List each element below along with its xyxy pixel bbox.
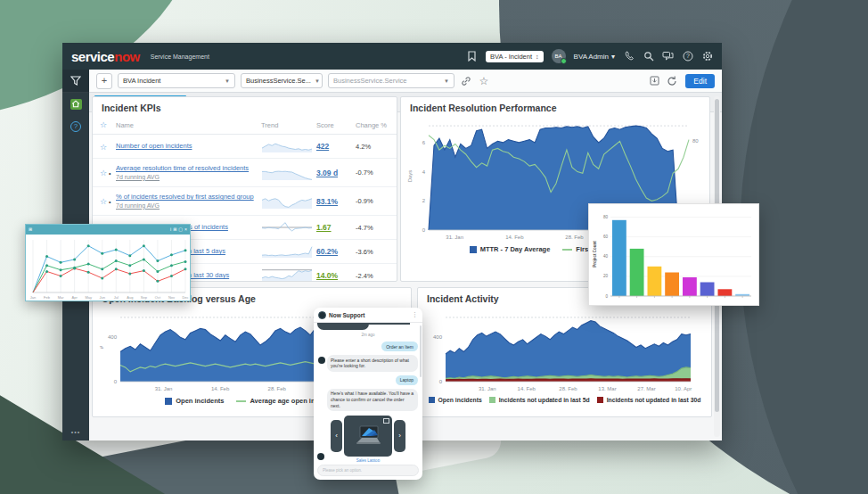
user-message: Laptop <box>396 375 418 385</box>
svg-text:14. Feb: 14. Feb <box>505 235 524 240</box>
svg-text:27. Mar: 27. Mar <box>637 386 655 391</box>
legend-item: Open incidents <box>429 397 482 403</box>
search-icon[interactable] <box>643 51 654 62</box>
maximize-icon[interactable]: ▢ <box>178 227 183 232</box>
gear-icon[interactable] <box>701 51 713 62</box>
kpi-score-link[interactable]: 60.2% <box>316 247 356 256</box>
bullet-dot: • <box>109 199 111 205</box>
chat-title: Now Support <box>329 312 364 318</box>
carousel-prev-button[interactable]: ‹ <box>331 420 342 452</box>
svg-text:400: 400 <box>433 334 443 340</box>
close-icon[interactable]: × <box>184 227 187 232</box>
svg-text:Nov: Nov <box>168 295 175 300</box>
svg-text:Aug: Aug <box>127 295 133 300</box>
chevron-down-icon: ▼ <box>315 78 320 84</box>
kpi-name-link[interactable]: Number of open incidents <box>116 142 261 151</box>
svg-text:#: # <box>99 345 104 349</box>
question-icon: ? <box>70 121 81 132</box>
kpi-score-link[interactable]: 83.1% <box>316 197 356 206</box>
carousel-card-laptop[interactable] <box>344 416 392 457</box>
kpi-row: ☆ Number of open incidents 422 4.2% <box>93 135 397 159</box>
legend-item: Incidents not updated in last 5d <box>489 397 590 403</box>
svg-text:80: 80 <box>692 138 699 144</box>
export-icon[interactable] <box>648 75 660 87</box>
help-icon[interactable]: ? <box>682 51 693 62</box>
carousel-next-button[interactable]: › <box>394 420 405 452</box>
kpi-score-link[interactable]: 422 <box>316 142 356 151</box>
kpi-score-link[interactable]: 3.09 d <box>316 169 356 177</box>
expand-icon[interactable] <box>383 418 389 424</box>
refresh-icon[interactable] <box>666 75 678 87</box>
svg-text:400: 400 <box>108 334 118 340</box>
kpi-change: -2.4% <box>356 272 388 280</box>
favorite-star-icon[interactable]: ☆ <box>100 169 107 177</box>
now-avatar <box>318 311 326 319</box>
monthly-trend-chart: JanFebMarAprMayJunJulAugSepOctNovDec <box>26 235 190 301</box>
bookmark-icon[interactable] <box>466 51 478 62</box>
breakdown-select[interactable]: BusinessService.Se...▼ <box>241 73 323 88</box>
sidebar-overflow-dots[interactable]: ••• <box>71 429 80 435</box>
bot-message: Please enter a short description of what… <box>327 355 418 372</box>
svg-text:?: ? <box>686 53 690 59</box>
chat-input[interactable] <box>317 465 419 476</box>
filter-funnel-icon[interactable] <box>62 70 89 93</box>
carousel-caption-link[interactable]: Sales Laptop <box>318 458 418 462</box>
svg-text:6: 6 <box>422 140 426 145</box>
breakdown-element-select[interactable]: BusinessService.Service▼ <box>328 73 454 88</box>
dashboard-toolbar: + BVA Incident▼ BusinessService.Se...▼ B… <box>89 70 722 93</box>
legend-item: Incidents not updated in last 30d <box>597 397 701 403</box>
add-button[interactable]: + <box>96 73 112 89</box>
svg-text:0: 0 <box>439 379 443 384</box>
kebab-menu-icon[interactable]: ⋮ <box>412 311 418 318</box>
chevron-down-icon: ▼ <box>225 78 230 84</box>
star-icon[interactable]: ☆ <box>478 75 490 87</box>
legend-item: Open incidents <box>165 397 224 405</box>
bullet-dot: • <box>109 170 111 177</box>
context-select[interactable]: BVA - Incident↕ <box>486 51 543 62</box>
kpi-change: -0.7% <box>356 169 388 177</box>
svg-text:May: May <box>85 295 92 300</box>
sidebar-item-help[interactable]: ? <box>62 115 89 137</box>
mini-window-titlebar[interactable]: ⊞ i ⊞ ▢ × <box>26 225 190 235</box>
kpi-score-link[interactable]: 14.0% <box>316 271 356 280</box>
chat-scrollbar[interactable] <box>420 325 422 377</box>
product-carousel: ‹ › <box>318 416 418 457</box>
project-count-popup: 020406080Project Count <box>588 203 759 306</box>
kpi-row: ☆• % of incidents resolved by first assi… <box>93 187 397 216</box>
kpi-change: -4.7% <box>356 224 388 232</box>
svg-text:Jan: Jan <box>30 295 36 300</box>
svg-text:Mar: Mar <box>58 295 65 300</box>
laptop-image <box>353 424 383 448</box>
avatar[interactable]: BA <box>552 49 566 63</box>
svg-text:10. Apr: 10. Apr <box>675 386 692 391</box>
kpi-score-link[interactable]: 1.67 <box>316 223 356 232</box>
dashboard-select[interactable]: BVA Incident▼ <box>118 73 235 88</box>
kpi-row: ☆• Average resolution time of resolved i… <box>93 159 397 187</box>
app-header: servicenow Service Management BVA - Inci… <box>62 43 722 70</box>
svg-text:Jul: Jul <box>114 295 119 300</box>
svg-text:Dec: Dec <box>182 295 188 300</box>
info-icon[interactable]: i <box>170 227 171 232</box>
svg-text:Oct: Oct <box>155 295 161 300</box>
kpi-name-link[interactable]: Average resolution time of resolved inci… <box>116 164 261 181</box>
kpi-sublabel[interactable]: 7d running AVG <box>116 173 258 181</box>
panel-title: Incident KPIs <box>93 97 397 116</box>
menu-icon[interactable]: ⊞ <box>173 227 176 232</box>
kpi-name-link[interactable]: % of incidents resolved by first assigne… <box>116 193 261 210</box>
svg-text:31. Jan: 31. Jan <box>155 386 173 391</box>
svg-text:80: 80 <box>603 215 609 219</box>
phone-icon[interactable] <box>623 51 635 62</box>
edit-button[interactable]: Edit <box>685 74 715 88</box>
favorite-star-icon[interactable]: ☆ <box>100 143 107 152</box>
chat-icon[interactable] <box>662 51 674 62</box>
svg-text:Project Count: Project Count <box>593 241 597 268</box>
sidebar-item-home[interactable] <box>62 93 89 115</box>
svg-text:0: 0 <box>422 227 426 233</box>
grid-icon: ⊞ <box>29 227 32 232</box>
favorite-star-icon[interactable]: ☆ <box>100 197 107 206</box>
kpi-sublabel[interactable]: 7d running AVG <box>116 202 258 210</box>
link-icon[interactable] <box>460 75 472 87</box>
incident-activity-chart: 040031. Jan14. Feb28. Feb13. Mar27. Mar1… <box>422 307 707 392</box>
svg-text:0: 0 <box>605 294 608 299</box>
user-menu[interactable]: BVA Admin▾ <box>574 53 615 61</box>
